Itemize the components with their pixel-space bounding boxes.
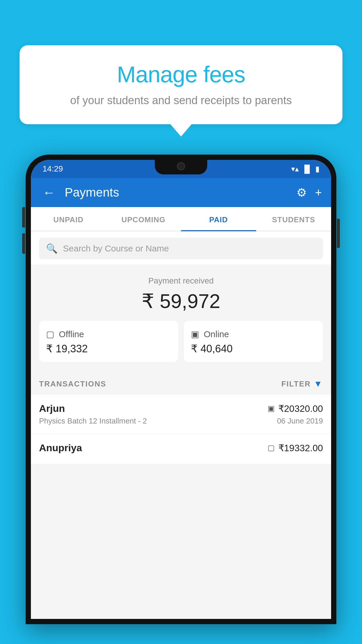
payment-summary: Payment received ₹ 59,972 ▢ Offline ₹ 19… [31,265,331,370]
online-card-header: ▣ Online [191,329,316,339]
tab-students[interactable]: STUDENTS [256,207,331,231]
payment-cards: ▢ Offline ₹ 19,332 ▣ Online ₹ 40,640 [39,321,323,362]
transactions-label: TRANSACTIONS [39,379,106,388]
payment-received-label: Payment received [39,276,323,286]
transaction-date-arjun: 06 June 2019 [277,416,323,426]
offline-card-header: ▢ Offline [46,329,171,339]
online-type-label: Online [204,329,229,339]
online-amount: ₹ 40,640 [191,343,316,355]
table-row[interactable]: Anupriya ▢ ₹19332.00 [31,434,331,464]
power-button [337,219,340,248]
transaction-row-top-anupriya: Anupriya ▢ ₹19332.00 [39,442,323,454]
signal-icon: ▐▌ [302,164,312,174]
transaction-amount-arjun: ₹20320.00 [278,403,323,414]
app-bar-title: Payments [65,186,289,200]
status-icons: ▾▴ ▐▌ ▮ [291,164,319,174]
tooltip-card: Manage fees of your students and send re… [20,45,342,124]
back-button[interactable]: ← [40,183,58,202]
app-bar: ← Payments ⚙ + [31,178,331,207]
transaction-list: Arjun ▣ ₹20320.00 Physics Batch 12 Insta… [31,395,331,464]
tab-paid[interactable]: PAID [181,207,256,231]
transaction-name-anupriya: Anupriya [39,442,82,454]
transaction-row-bottom-arjun: Physics Batch 12 Installment - 2 06 June… [39,416,323,426]
transaction-amount-anupriya: ₹19332.00 [278,442,323,454]
filter-icon: ▼ [314,379,323,389]
online-card: ▣ Online ₹ 40,640 [184,321,323,362]
filter-label: FILTER [281,379,311,388]
online-icon: ▣ [191,329,199,339]
transactions-header: TRANSACTIONS FILTER ▼ [31,370,331,395]
tab-upcoming[interactable]: UPCOMING [106,207,181,231]
transaction-amount-wrap-anupriya: ▢ ₹19332.00 [268,442,323,454]
search-box[interactable]: 🔍 Search by Course or Name [39,238,323,259]
volume-down-button [22,233,25,254]
settings-icon[interactable]: ⚙ [296,186,307,199]
phone-screen: 14:29 ▾▴ ▐▌ ▮ ← Payments ⚙ + UNPAID UP [31,160,331,619]
transaction-name-arjun: Arjun [39,403,65,414]
phone-camera [177,162,185,170]
payment-total-amount: ₹ 59,972 [39,290,323,313]
add-icon[interactable]: + [315,186,322,199]
filter-button[interactable]: FILTER ▼ [281,379,323,389]
phone-container: 14:29 ▾▴ ▐▌ ▮ ← Payments ⚙ + UNPAID UP [26,155,336,644]
offline-type-label: Offline [59,329,84,339]
card-icon-arjun: ▣ [268,404,275,413]
volume-up-button [22,207,25,228]
transaction-course-arjun: Physics Batch 12 Installment - 2 [39,416,147,426]
app-bar-actions: ⚙ + [296,186,322,199]
status-time: 14:29 [43,164,63,174]
cash-icon-anupriya: ▢ [268,443,275,452]
search-icon: 🔍 [46,243,58,254]
table-row[interactable]: Arjun ▣ ₹20320.00 Physics Batch 12 Insta… [31,395,331,434]
transaction-row-top-arjun: Arjun ▣ ₹20320.00 [39,403,323,414]
offline-card: ▢ Offline ₹ 19,332 [39,321,178,362]
offline-amount: ₹ 19,332 [46,343,171,355]
search-input[interactable]: Search by Course or Name [63,244,169,253]
search-container: 🔍 Search by Course or Name [31,231,331,265]
tooltip-title: Manage fees [37,61,325,88]
offline-icon: ▢ [46,329,54,339]
transaction-amount-wrap-arjun: ▣ ₹20320.00 [268,403,323,414]
tab-unpaid[interactable]: UNPAID [31,207,106,231]
wifi-icon: ▾▴ [291,164,299,174]
tabs-bar: UNPAID UPCOMING PAID STUDENTS [31,207,331,231]
battery-icon: ▮ [315,164,319,174]
phone-outer: 14:29 ▾▴ ▐▌ ▮ ← Payments ⚙ + UNPAID UP [26,155,336,624]
tooltip-subtitle: of your students and send receipts to pa… [37,94,325,107]
